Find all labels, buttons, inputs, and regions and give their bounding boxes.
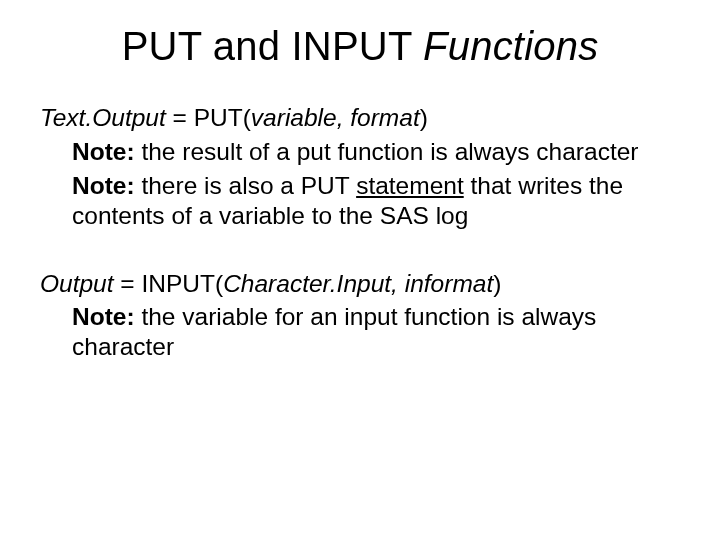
input-note-1: Note: the variable for an input function… — [72, 302, 680, 362]
note-text: the result of a put function is always c… — [135, 138, 639, 165]
put-note-1: Note: the result of a put function is al… — [72, 137, 680, 167]
note-label: Note: — [72, 172, 135, 199]
put-note-2: Note: there is also a PUT statement that… — [72, 171, 680, 231]
note-underline: statement — [356, 172, 464, 199]
note-text-a: there is also a PUT — [135, 172, 357, 199]
input-eq: = INPUT( — [114, 270, 224, 297]
put-syntax-line: Text.Output = PUT(variable, format) — [40, 103, 680, 133]
put-lhs: Text.Output — [40, 104, 166, 131]
put-args: variable, format — [251, 104, 420, 131]
slide: PUT and INPUT Functions Text.Output = PU… — [0, 0, 720, 540]
spacer — [40, 235, 680, 269]
put-eq: = PUT( — [166, 104, 251, 131]
input-syntax-line: Output = INPUT(Character.Input, informat… — [40, 269, 680, 299]
input-close: ) — [493, 270, 501, 297]
input-args: Character.Input, informat — [223, 270, 493, 297]
slide-title: PUT and INPUT Functions — [40, 24, 680, 69]
note-label: Note: — [72, 138, 135, 165]
title-italic: Functions — [423, 24, 598, 68]
note-label: Note: — [72, 303, 135, 330]
put-close: ) — [420, 104, 428, 131]
title-plain: PUT and INPUT — [122, 24, 423, 68]
note-text: the variable for an input function is al… — [72, 303, 596, 360]
input-lhs: Output — [40, 270, 114, 297]
slide-body: Text.Output = PUT(variable, format) Note… — [40, 103, 680, 362]
